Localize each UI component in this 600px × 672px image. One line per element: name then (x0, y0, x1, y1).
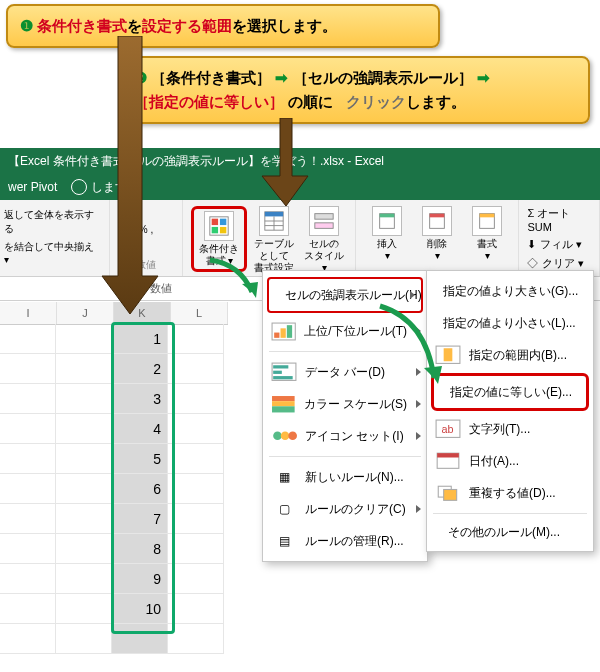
cell-k10[interactable]: 10 (112, 594, 168, 624)
cell-k6[interactable]: 6 (112, 474, 168, 504)
cell-k1[interactable]: 1 (112, 324, 168, 354)
menu-item-date[interactable]: 日付(A)... (427, 445, 593, 477)
clear-button[interactable]: ◇ クリア ▾ (527, 256, 583, 271)
svg-rect-26 (273, 366, 288, 369)
svg-rect-29 (272, 396, 295, 401)
menu-item-less-than[interactable]: 指定の値より小さい(L)... (427, 307, 593, 339)
svg-rect-30 (272, 401, 295, 406)
svg-rect-27 (273, 371, 282, 374)
svg-rect-47 (437, 453, 459, 457)
manage-rules-icon: ▤ (271, 531, 297, 551)
group-label-number: 数値 (136, 258, 156, 272)
menu-item-greater-than[interactable]: 指定の値より大きい(G)... (427, 275, 593, 307)
grid: 1 2 3 4 5 6 7 8 9 10 (0, 324, 224, 654)
svg-point-34 (288, 432, 297, 441)
wrap-text-btn[interactable]: 返して全体を表示する (4, 208, 101, 236)
icon-sets-icon (271, 426, 297, 446)
conditional-formatting-button-highlight: 条件付き 書式 ▾ (191, 206, 247, 272)
text-contains-icon: ab (435, 419, 461, 439)
col-L[interactable]: L (171, 302, 228, 324)
menu-item-highlight-rules[interactable]: セルの強調表示ルール(H) (267, 277, 423, 313)
svg-rect-22 (274, 332, 279, 337)
svg-rect-31 (272, 406, 295, 412)
cell-k9[interactable]: 9 (112, 564, 168, 594)
cell-k8[interactable]: 8 (112, 534, 168, 564)
menu-item-top-bottom[interactable]: 上位/下位ルール(T) (263, 315, 427, 347)
svg-rect-13 (380, 214, 395, 218)
cell-k7[interactable]: 7 (112, 504, 168, 534)
callout-2: ❷ ［条件付き書式］ ➡ ［セルの強調表示ルール］ ➡ ［指定の値に等しい］ の… (120, 56, 590, 124)
ribbon-tab-row: wer Pivot しますか (0, 174, 600, 200)
merge-center-btn[interactable]: を結合して中央揃え ▾ (4, 240, 101, 265)
svg-text:ab: ab (442, 423, 454, 435)
menu-item-equal-to[interactable]: 指定の値に等しい(E)... (431, 373, 589, 411)
delete-button[interactable]: 削除 ▾ (414, 206, 460, 262)
menu-item-duplicate[interactable]: 重複する値(D)... (427, 477, 593, 509)
color-scales-icon (271, 394, 296, 414)
tell-me[interactable]: しますか (71, 179, 139, 196)
svg-point-33 (281, 432, 290, 441)
menu-item-color-scales[interactable]: カラー スケール(S) (263, 388, 427, 420)
percent-btn[interactable]: % , (139, 224, 153, 235)
svg-rect-40 (444, 349, 453, 362)
svg-rect-15 (430, 214, 445, 218)
titlebar: 【Excel 条件付き書式 セルの強調表示ルール】を学ぼう！.xlsx - Ex… (0, 148, 600, 174)
tab-power-pivot[interactable]: wer Pivot (8, 180, 57, 194)
titlebar-text: 【Excel 条件付き書式 セルの強調表示ルール】を学ぼう！.xlsx - Ex… (8, 153, 384, 170)
menu-item-clear-rules[interactable]: ▢ ルールのクリア(C) (263, 493, 427, 525)
new-rule-icon: ▦ (271, 467, 297, 487)
conditional-formatting-icon (204, 211, 234, 241)
col-J[interactable]: J (57, 302, 114, 324)
insert-icon (372, 206, 402, 236)
cell-styles-icon (309, 206, 339, 236)
cell-styles-button[interactable]: セルの スタイル ▾ (301, 206, 347, 274)
group-label-number-2: 数値 (150, 281, 172, 296)
svg-rect-10 (315, 214, 333, 220)
svg-rect-4 (220, 227, 226, 233)
menu-item-text-contains[interactable]: ab 文字列(T)... (427, 413, 593, 445)
svg-rect-2 (220, 219, 226, 225)
format-icon (472, 206, 502, 236)
menu-item-new-rule[interactable]: ▦ 新しいルール(N)... (263, 461, 427, 493)
clear-rules-icon: ▢ (271, 499, 297, 519)
conditional-formatting-button[interactable]: 条件付き 書式 ▾ (196, 211, 242, 267)
svg-rect-11 (315, 223, 333, 229)
svg-rect-6 (265, 212, 283, 217)
date-icon (435, 451, 461, 471)
top-bottom-icon (271, 321, 296, 341)
svg-rect-24 (287, 325, 292, 338)
cell-k5[interactable]: 5 (112, 444, 168, 474)
col-K[interactable]: K (114, 302, 171, 324)
highlight-rules-submenu: 指定の値より大きい(G)... 指定の値より小さい(L)... 指定の範囲内(B… (426, 270, 594, 552)
column-headers: I J K L (0, 302, 228, 325)
autosum-button[interactable]: Σ オート SUM (527, 206, 591, 233)
bulb-icon (71, 179, 87, 195)
conditional-format-menu: セルの強調表示ルール(H) 上位/下位ルール(T) データ バー(D) カラー … (262, 270, 428, 562)
between-icon (435, 345, 461, 365)
menu-item-between[interactable]: 指定の範囲内(B)... (427, 339, 593, 371)
delete-icon (422, 206, 452, 236)
table-icon (259, 206, 289, 236)
menu-item-data-bars[interactable]: データ バー(D) (263, 356, 427, 388)
data-bars-icon (271, 362, 297, 382)
svg-rect-17 (480, 214, 495, 218)
cell-k4[interactable]: 4 (112, 414, 168, 444)
format-button[interactable]: 書式 ▾ (464, 206, 510, 262)
menu-item-more-rules[interactable]: その他のルール(M)... (427, 518, 593, 547)
col-I[interactable]: I (0, 302, 57, 324)
svg-point-32 (273, 432, 282, 441)
svg-rect-3 (212, 227, 218, 233)
callout-1: ❶ 条件付き書式を設定する範囲を選択します。 (6, 4, 440, 48)
svg-rect-23 (281, 328, 286, 338)
fill-button[interactable]: ⬇ フィル ▾ (527, 237, 581, 252)
stage: { "callouts": { "one_num": "❶", "one_a":… (0, 0, 600, 672)
callout-2-num: ❷ (134, 69, 147, 86)
svg-rect-49 (444, 490, 457, 501)
insert-button[interactable]: 挿入 ▾ (364, 206, 410, 262)
svg-rect-28 (273, 376, 293, 379)
menu-item-icon-sets[interactable]: アイコン セット(I) (263, 420, 427, 452)
cell-k2[interactable]: 2 (112, 354, 168, 384)
cell-k3[interactable]: 3 (112, 384, 168, 414)
ribbon: 返して全体を表示する を結合して中央揃え ▾ % , 数値 条件付き 書式 ▾ … (0, 200, 600, 277)
menu-item-manage-rules[interactable]: ▤ ルールの管理(R)... (263, 525, 427, 557)
